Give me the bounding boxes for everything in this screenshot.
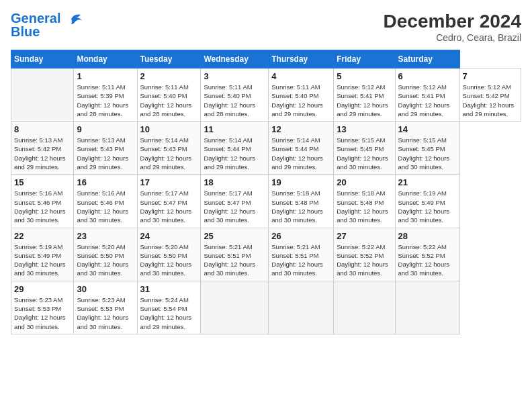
- sunset-label: Sunset: 5:49 PM: [14, 252, 61, 259]
- day-info: Sunrise: 5:22 AM Sunset: 5:52 PM Dayligh…: [337, 242, 392, 278]
- daylight-minutes: and 28 minutes.: [204, 110, 249, 118]
- header-row: Sunday Monday Tuesday Wednesday Thursday…: [11, 50, 521, 68]
- sunrise-label: Sunrise: 5:17 AM: [140, 189, 189, 197]
- sunset-label: Sunset: 5:50 PM: [140, 252, 187, 259]
- daylight-minutes: and 30 minutes.: [204, 216, 249, 224]
- day-info: Sunrise: 5:13 AM Sunset: 5:43 PM Dayligh…: [77, 136, 134, 171]
- daylight-minutes: and 30 minutes.: [14, 323, 60, 330]
- day-number: 25: [204, 231, 265, 241]
- sunset-label: Sunset: 5:46 PM: [14, 199, 61, 206]
- week-row-3: 15 Sunrise: 5:16 AM Sunset: 5:46 PM Dayl…: [11, 175, 521, 228]
- day-number: 4: [271, 71, 330, 81]
- day-info: Sunrise: 5:12 AM Sunset: 5:42 PM Dayligh…: [463, 83, 518, 118]
- day-cell: 9 Sunrise: 5:13 AM Sunset: 5:43 PM Dayli…: [74, 122, 137, 175]
- day-number: 10: [140, 124, 198, 134]
- daylight-minutes: and 29 minutes.: [271, 163, 317, 171]
- sunrise-label: Sunrise: 5:11 AM: [204, 83, 252, 91]
- day-cell: [201, 281, 269, 334]
- daylight-label: Daylight: 12 hours: [398, 154, 450, 162]
- daylight-minutes: and 30 minutes.: [271, 269, 317, 277]
- daylight-minutes: and 29 minutes.: [140, 323, 186, 330]
- sunrise-label: Sunrise: 5:15 AM: [398, 136, 447, 144]
- sunset-label: Sunset: 5:44 PM: [271, 145, 318, 152]
- day-cell: 7 Sunrise: 5:12 AM Sunset: 5:42 PM Dayli…: [459, 68, 521, 122]
- sunset-label: Sunset: 5:42 PM: [463, 92, 510, 99]
- daylight-minutes: and 30 minutes.: [14, 269, 60, 277]
- sunrise-label: Sunrise: 5:20 AM: [77, 243, 125, 250]
- daylight-label: Daylight: 12 hours: [337, 261, 388, 268]
- daylight-minutes: and 29 minutes.: [14, 163, 60, 171]
- day-info: Sunrise: 5:11 AM Sunset: 5:40 PM Dayligh…: [140, 83, 198, 118]
- sunrise-label: Sunrise: 5:11 AM: [271, 83, 320, 91]
- day-cell: 27 Sunrise: 5:22 AM Sunset: 5:52 PM Dayl…: [334, 228, 395, 281]
- sunset-label: Sunset: 5:39 PM: [77, 92, 124, 99]
- week-row-2: 8 Sunrise: 5:13 AM Sunset: 5:42 PM Dayli…: [11, 122, 521, 175]
- day-number: 1: [77, 71, 134, 81]
- daylight-minutes: and 29 minutes.: [204, 163, 249, 171]
- sunrise-label: Sunrise: 5:24 AM: [140, 296, 189, 304]
- day-number: 3: [204, 71, 265, 81]
- day-number: 7: [463, 71, 518, 81]
- sunrise-label: Sunrise: 5:12 AM: [398, 83, 447, 91]
- daylight-minutes: and 30 minutes.: [14, 216, 60, 224]
- sunset-label: Sunset: 5:40 PM: [204, 92, 251, 99]
- day-number: 14: [398, 124, 457, 134]
- day-info: Sunrise: 5:21 AM Sunset: 5:51 PM Dayligh…: [271, 242, 330, 278]
- daylight-minutes: and 29 minutes.: [337, 110, 382, 118]
- daylight-label: Daylight: 12 hours: [77, 101, 128, 109]
- daylight-minutes: and 30 minutes.: [398, 216, 444, 224]
- day-number: 27: [337, 231, 392, 241]
- location: Cedro, Ceara, Brazil: [384, 32, 521, 43]
- daylight-label: Daylight: 12 hours: [398, 261, 450, 268]
- day-info: Sunrise: 5:17 AM Sunset: 5:47 PM Dayligh…: [204, 189, 265, 224]
- daylight-label: Daylight: 12 hours: [14, 154, 66, 162]
- day-info: Sunrise: 5:22 AM Sunset: 5:52 PM Dayligh…: [398, 242, 457, 278]
- day-info: Sunrise: 5:17 AM Sunset: 5:47 PM Dayligh…: [140, 189, 198, 224]
- day-number: 6: [398, 71, 457, 81]
- day-cell: 24 Sunrise: 5:20 AM Sunset: 5:50 PM Dayl…: [137, 228, 201, 281]
- day-cell: 17 Sunrise: 5:17 AM Sunset: 5:47 PM Dayl…: [137, 175, 201, 228]
- sunrise-label: Sunrise: 5:21 AM: [204, 243, 252, 250]
- day-number: 5: [337, 71, 392, 81]
- day-cell: 2 Sunrise: 5:11 AM Sunset: 5:40 PM Dayli…: [137, 68, 201, 122]
- daylight-label: Daylight: 12 hours: [14, 261, 66, 268]
- daylight-minutes: and 29 minutes.: [463, 110, 508, 118]
- daylight-label: Daylight: 12 hours: [140, 208, 192, 215]
- day-info: Sunrise: 5:18 AM Sunset: 5:48 PM Dayligh…: [337, 189, 392, 224]
- day-info: Sunrise: 5:21 AM Sunset: 5:51 PM Dayligh…: [204, 242, 265, 278]
- daylight-label: Daylight: 12 hours: [14, 208, 66, 215]
- day-info: Sunrise: 5:19 AM Sunset: 5:49 PM Dayligh…: [398, 189, 457, 224]
- day-info: Sunrise: 5:20 AM Sunset: 5:50 PM Dayligh…: [77, 242, 134, 278]
- day-cell: 12 Sunrise: 5:14 AM Sunset: 5:44 PM Dayl…: [269, 122, 334, 175]
- daylight-label: Daylight: 12 hours: [398, 208, 450, 215]
- sunset-label: Sunset: 5:45 PM: [337, 145, 384, 152]
- daylight-label: Daylight: 12 hours: [14, 314, 66, 321]
- col-friday: Friday: [334, 50, 395, 68]
- sunset-label: Sunset: 5:54 PM: [140, 305, 187, 312]
- day-number: 17: [140, 177, 198, 187]
- day-info: Sunrise: 5:11 AM Sunset: 5:40 PM Dayligh…: [271, 83, 330, 118]
- day-cell: 20 Sunrise: 5:18 AM Sunset: 5:48 PM Dayl…: [334, 175, 395, 228]
- daylight-minutes: and 30 minutes.: [398, 163, 444, 171]
- day-cell: 25 Sunrise: 5:21 AM Sunset: 5:51 PM Dayl…: [201, 228, 269, 281]
- day-number: 29: [14, 284, 71, 294]
- sunrise-label: Sunrise: 5:15 AM: [337, 136, 385, 144]
- day-info: Sunrise: 5:12 AM Sunset: 5:41 PM Dayligh…: [398, 83, 457, 118]
- day-cell: [11, 68, 74, 122]
- daylight-minutes: and 30 minutes.: [337, 216, 382, 224]
- day-cell: 14 Sunrise: 5:15 AM Sunset: 5:45 PM Dayl…: [395, 122, 459, 175]
- day-number: 2: [140, 71, 198, 81]
- daylight-label: Daylight: 12 hours: [271, 208, 323, 215]
- day-info: Sunrise: 5:12 AM Sunset: 5:41 PM Dayligh…: [337, 83, 392, 118]
- day-number: 19: [271, 177, 330, 187]
- daylight-label: Daylight: 12 hours: [337, 101, 388, 109]
- day-cell: [395, 281, 459, 334]
- day-info: Sunrise: 5:14 AM Sunset: 5:44 PM Dayligh…: [271, 136, 330, 171]
- day-cell: 10 Sunrise: 5:14 AM Sunset: 5:43 PM Dayl…: [137, 122, 201, 175]
- week-row-5: 29 Sunrise: 5:23 AM Sunset: 5:53 PM Dayl…: [11, 281, 521, 334]
- calendar-table: Sunday Monday Tuesday Wednesday Thursday…: [11, 50, 521, 334]
- day-cell: 30 Sunrise: 5:23 AM Sunset: 5:53 PM Dayl…: [74, 281, 137, 334]
- col-sunday: Sunday: [11, 50, 74, 68]
- day-cell: 28 Sunrise: 5:22 AM Sunset: 5:52 PM Dayl…: [395, 228, 459, 281]
- daylight-label: Daylight: 12 hours: [271, 261, 323, 268]
